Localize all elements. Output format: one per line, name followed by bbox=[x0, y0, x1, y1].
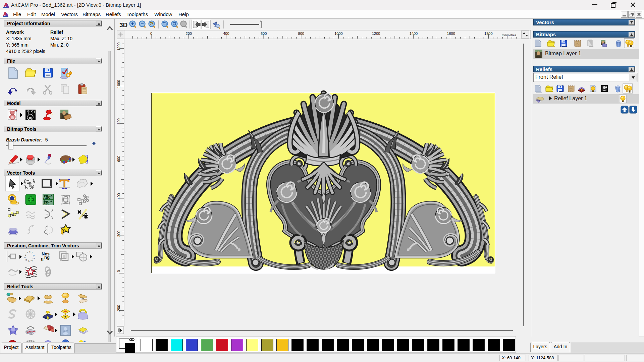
svg-text:ABC: ABC bbox=[43, 202, 50, 205]
svg-text:t: t bbox=[24, 254, 26, 256]
svg-text:800: 800 bbox=[117, 118, 121, 124]
svg-text:1200: 1200 bbox=[372, 32, 380, 36]
svg-text:o: o bbox=[33, 254, 35, 257]
svg-text:1600: 1600 bbox=[447, 32, 455, 36]
svg-text:millimetres: millimetres bbox=[502, 34, 517, 37]
svg-text:600: 600 bbox=[117, 156, 121, 162]
svg-text:u: u bbox=[25, 259, 27, 261]
svg-text:1200: 1200 bbox=[117, 43, 121, 51]
svg-text:800: 800 bbox=[298, 32, 304, 36]
svg-text:400: 400 bbox=[117, 193, 121, 199]
svg-text:-200: -200 bbox=[117, 305, 121, 312]
svg-text:0: 0 bbox=[117, 270, 121, 272]
svg-text:1400: 1400 bbox=[410, 32, 418, 36]
svg-text:0: 0 bbox=[150, 32, 152, 36]
svg-text:1000: 1000 bbox=[117, 80, 121, 88]
svg-text:b: b bbox=[47, 316, 49, 320]
svg-text:a: a bbox=[31, 260, 34, 262]
svg-text:1800: 1800 bbox=[484, 32, 492, 36]
svg-text:400: 400 bbox=[223, 32, 229, 36]
svg-text:3D: 3D bbox=[119, 21, 127, 28]
svg-text:200: 200 bbox=[186, 32, 192, 36]
svg-text:ng: ng bbox=[44, 255, 50, 260]
svg-text:t: t bbox=[31, 251, 33, 254]
svg-text:600: 600 bbox=[261, 32, 267, 36]
svg-text:T: T bbox=[15, 110, 17, 113]
svg-text:r: r bbox=[23, 257, 26, 259]
svg-text:T: T bbox=[34, 110, 36, 113]
svg-text:200: 200 bbox=[117, 231, 121, 237]
svg-text:x: x bbox=[29, 250, 31, 253]
svg-text:1000: 1000 bbox=[334, 32, 342, 36]
svg-text:e: e bbox=[26, 251, 29, 254]
svg-text:ABC: ABC bbox=[43, 196, 51, 199]
svg-text:ti: ti bbox=[41, 257, 44, 262]
svg-text:n: n bbox=[33, 257, 36, 259]
svg-text:c: c bbox=[28, 260, 30, 263]
